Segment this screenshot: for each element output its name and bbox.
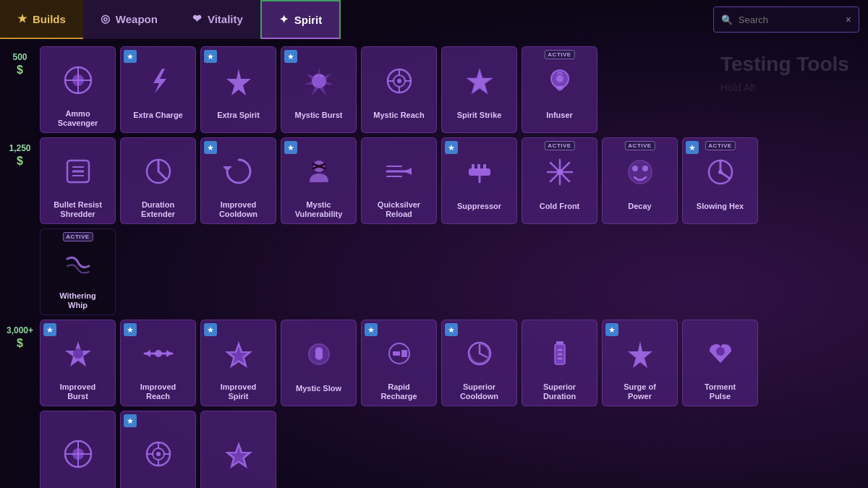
card-sup-cooldown[interactable]: ★ SuperiorCooldown — [441, 320, 517, 406]
active-badge-decay: ACTIVE — [624, 141, 655, 150]
card-ammo-scavenger[interactable]: AmmoScavenger — [40, 46, 116, 133]
svg-point-65 — [156, 452, 161, 456]
card-icon-mystic-vuln — [300, 153, 338, 190]
star-badge-improved-cooldown: ★ — [204, 141, 217, 154]
card-decay[interactable]: ACTIVE Decay — [602, 137, 678, 224]
card-torment-pulse[interactable]: TormentPulse — [682, 320, 758, 406]
card-label-bullet-resist: Bullet ResistShredder — [54, 200, 102, 219]
card-label-mystic-reach: Mystic Reach — [373, 111, 424, 128]
card-icon-duration-extender — [140, 153, 177, 190]
search-icon: 🔍 — [721, 14, 733, 25]
tab-vitality[interactable]: ❤ Vitality — [175, 0, 260, 39]
card-imp-reach[interactable]: ★ ImprovedReach — [120, 320, 196, 406]
card-icon-extra-spirit — [220, 62, 258, 100]
card-icon-mystic-reach — [380, 62, 418, 100]
card-quicksilver[interactable]: QuicksilverReload — [361, 137, 437, 224]
svg-point-14 — [556, 75, 563, 82]
tab-weapon[interactable]: ◎ Weapon — [83, 0, 175, 39]
card-cold-front[interactable]: ACTIVE Cold Front — [522, 137, 597, 224]
card-imp-burst[interactable]: ★ ImprovedBurst — [40, 320, 116, 406]
tab-builds[interactable]: ★ Builds — [0, 0, 83, 39]
cost-row-0: 500$ AmmoScavenger★Extra Charge★Extra Sp… — [0, 46, 868, 133]
svg-point-8 — [397, 79, 401, 83]
card-icon-imp-spirit — [220, 335, 258, 372]
card-bullet-resist[interactable]: Bullet ResistShredder — [40, 137, 116, 224]
card-infuser[interactable]: ACTIVE Infuser — [522, 46, 597, 133]
active-badge-cold-front: ACTIVE — [544, 141, 574, 150]
star-badge-imp-reach: ★ — [124, 323, 137, 336]
card-label-withering-whip: WitheringWhip — [59, 291, 96, 310]
cost-row-4: ★ — [0, 411, 868, 488]
cost-row-1: 1,250$ Bullet ResistShredder DurationExt… — [0, 137, 868, 224]
card-duration-extender[interactable]: DurationExtender — [120, 137, 196, 224]
svg-line-52 — [480, 354, 487, 357]
card-icon-sup-duration — [541, 335, 579, 372]
card-label-slowing-hex: Slowing Hex — [697, 202, 744, 219]
svg-marker-43 — [145, 350, 150, 357]
svg-rect-30 — [477, 164, 480, 170]
close-icon[interactable]: × — [846, 14, 851, 25]
card-extra-spirit[interactable]: ★Extra Spirit — [200, 46, 276, 133]
card-slowing-hex[interactable]: ACTIVE★ Slowing Hex — [682, 137, 758, 224]
spirit-icon: ✦ — [279, 13, 289, 26]
card-label-extra-spirit: Extra Spirit — [217, 111, 260, 128]
card-withering-whip[interactable]: ACTIVE WitheringWhip — [40, 228, 116, 315]
card-icon-imp-reach — [140, 335, 177, 372]
active-badge-slowing-hex: ACTIVE — [705, 141, 735, 150]
svg-rect-29 — [472, 164, 475, 170]
card-mystic-vuln[interactable]: ★ MysticVulnerability — [281, 137, 357, 224]
card-label-ammo-scavenger: AmmoScavenger — [58, 109, 98, 128]
card-label-rapid-recharge: RapidRecharge — [380, 382, 417, 401]
cost-label-0: 500$ — [0, 46, 40, 77]
card-label-imp-burst: ImprovedBurst — [60, 382, 96, 401]
svg-point-36 — [642, 166, 648, 171]
card-extra2[interactable]: ★ — [120, 411, 196, 488]
card-extra3[interactable] — [200, 411, 276, 488]
card-icon-surge-power — [621, 335, 659, 372]
card-label-imp-spirit: ImprovedSpirit — [221, 382, 257, 401]
card-label-imp-reach: ImprovedReach — [140, 382, 176, 401]
card-icon-extra3 — [220, 435, 258, 473]
card-extra1[interactable] — [40, 411, 116, 488]
card-icon-decay — [621, 153, 659, 191]
star-badge-extra-charge: ★ — [124, 50, 137, 63]
card-suppressor[interactable]: ★ Suppressor — [441, 137, 517, 224]
star-badge-rapid-recharge: ★ — [365, 323, 378, 336]
card-surge-power[interactable]: ★Surge ofPower — [602, 320, 678, 406]
card-icon-torment-pulse — [702, 335, 739, 372]
card-rapid-recharge[interactable]: ★ RapidRecharge — [361, 320, 437, 406]
card-icon-extra2 — [140, 435, 177, 473]
svg-marker-27 — [404, 168, 412, 175]
card-extra-charge[interactable]: ★Extra Charge — [120, 46, 196, 133]
card-sup-duration[interactable]: SuperiorDuration — [522, 320, 597, 406]
active-badge-infuser: ACTIVE — [544, 50, 574, 59]
cards-row-4: ★ — [40, 411, 868, 488]
cost-label-3: 3,000+$ — [0, 320, 40, 350]
card-label-cold-front: Cold Front — [540, 202, 580, 219]
card-icon-slowing-hex — [702, 153, 739, 191]
card-mystic-slow[interactable]: Mystic Slow — [281, 320, 357, 406]
card-icon-withering-whip — [59, 244, 97, 281]
card-spirit-strike[interactable]: Spirit Strike — [441, 46, 517, 133]
card-icon-bullet-resist — [59, 153, 97, 190]
card-icon-quicksilver — [380, 153, 418, 190]
card-mystic-burst[interactable]: ★ Mystic Burst — [281, 46, 357, 133]
card-improved-cooldown[interactable]: ★ ImprovedCooldown — [200, 137, 276, 224]
tab-spirit[interactable]: ✦ Spirit — [260, 0, 341, 39]
card-label-decay: Decay — [628, 202, 651, 219]
card-icon-mystic-burst — [300, 62, 338, 100]
vitality-icon: ❤ — [192, 12, 202, 25]
card-icon-rapid-recharge — [380, 335, 418, 372]
card-imp-spirit[interactable]: ★ ImprovedSpirit — [200, 320, 276, 406]
weapon-icon: ◎ — [101, 12, 110, 25]
cost-label-4 — [0, 411, 40, 416]
svg-point-33 — [557, 169, 563, 175]
builds-icon: ★ — [17, 12, 27, 25]
card-mystic-reach[interactable]: Mystic Reach — [361, 46, 437, 133]
card-label-sup-duration: SuperiorDuration — [543, 382, 576, 401]
card-icon-extra-charge — [140, 62, 177, 100]
svg-marker-20 — [223, 166, 232, 171]
search-input[interactable] — [739, 14, 840, 25]
card-label-mystic-burst: Mystic Burst — [294, 111, 342, 128]
card-label-spirit-strike: Spirit Strike — [457, 111, 502, 128]
